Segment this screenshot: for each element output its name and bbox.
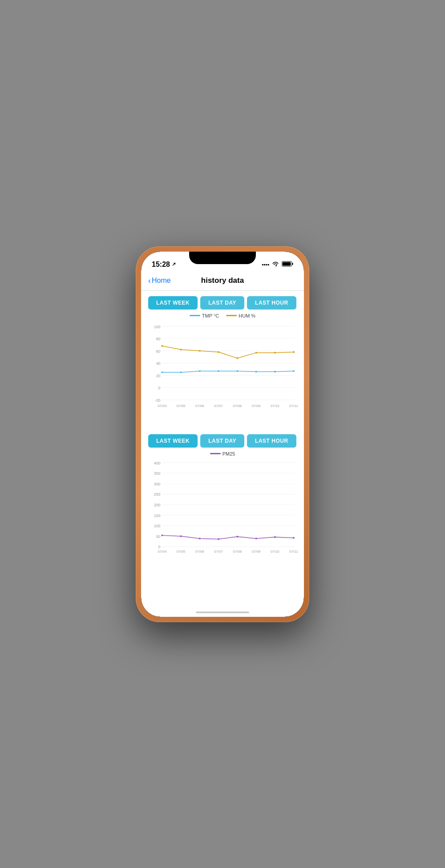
svg-point-69 bbox=[199, 538, 201, 539]
page-title: history data bbox=[201, 276, 244, 285]
location-arrow-icon: ↗ bbox=[172, 261, 176, 267]
svg-point-71 bbox=[236, 536, 238, 538]
tmp-legend-swatch bbox=[190, 315, 200, 316]
svg-text:07/04: 07/04 bbox=[158, 403, 167, 408]
svg-point-26 bbox=[180, 349, 182, 350]
status-icons: ▪▪▪▪ bbox=[262, 261, 293, 269]
svg-text:07/11: 07/11 bbox=[289, 550, 298, 554]
svg-text:80: 80 bbox=[156, 337, 161, 341]
pm25-last-day-btn[interactable]: LAST DAY bbox=[200, 434, 244, 448]
svg-text:07/07: 07/07 bbox=[214, 550, 223, 554]
back-chevron-icon: ‹ bbox=[148, 276, 151, 285]
pm25-legend-swatch bbox=[210, 453, 221, 454]
tmp-hum-chart-section: LAST WEEK LAST DAY LAST HOUR TMP °C HUM … bbox=[148, 296, 297, 409]
svg-point-74 bbox=[293, 537, 295, 539]
pm25-chart-section: LAST WEEK LAST DAY LAST HOUR PM25 bbox=[148, 434, 297, 556]
svg-point-70 bbox=[218, 538, 219, 540]
svg-point-73 bbox=[274, 536, 276, 538]
svg-point-72 bbox=[255, 538, 257, 539]
nav-bar: ‹ Home history data bbox=[141, 271, 304, 291]
svg-point-38 bbox=[255, 371, 257, 372]
notch bbox=[189, 252, 256, 264]
tmp-legend-item: TMP °C bbox=[190, 313, 219, 318]
signal-icon: ▪▪▪▪ bbox=[262, 261, 269, 268]
svg-rect-2 bbox=[283, 262, 291, 265]
phone-inner: 15:28 ↗ ▪▪▪▪ bbox=[141, 252, 304, 617]
svg-text:150: 150 bbox=[154, 513, 161, 518]
home-indicator bbox=[196, 611, 249, 613]
svg-point-40 bbox=[293, 370, 295, 372]
svg-text:50: 50 bbox=[156, 534, 161, 539]
svg-text:07/10: 07/10 bbox=[271, 550, 279, 554]
svg-text:0: 0 bbox=[158, 545, 161, 549]
svg-text:250: 250 bbox=[154, 492, 161, 497]
pm25-last-week-btn[interactable]: LAST WEEK bbox=[148, 434, 198, 448]
svg-text:07/08: 07/08 bbox=[233, 550, 242, 554]
svg-text:20: 20 bbox=[156, 373, 161, 378]
time-display: 15:28 bbox=[152, 261, 170, 269]
svg-rect-1 bbox=[292, 263, 293, 265]
svg-point-29 bbox=[236, 357, 238, 359]
svg-text:07/06: 07/06 bbox=[195, 403, 204, 408]
hum-legend-swatch bbox=[226, 315, 237, 316]
svg-point-39 bbox=[274, 371, 276, 372]
svg-text:07/07: 07/07 bbox=[214, 403, 223, 408]
svg-point-25 bbox=[161, 345, 163, 346]
svg-text:07/11: 07/11 bbox=[289, 403, 298, 408]
svg-text:07/05: 07/05 bbox=[177, 403, 186, 408]
svg-point-68 bbox=[180, 535, 182, 537]
tmp-hum-legend: TMP °C HUM % bbox=[148, 313, 297, 318]
tmp-hum-chart-svg: 100 80 60 40 20 0 -20 bbox=[148, 320, 297, 408]
svg-text:07/10: 07/10 bbox=[271, 403, 279, 408]
svg-text:40: 40 bbox=[156, 361, 161, 366]
svg-point-27 bbox=[199, 350, 201, 351]
svg-text:07/06: 07/06 bbox=[195, 550, 204, 554]
svg-point-37 bbox=[236, 370, 238, 372]
main-content: LAST WEEK LAST DAY LAST HOUR TMP °C HUM … bbox=[141, 291, 304, 608]
tmp-hum-last-week-btn[interactable]: LAST WEEK bbox=[148, 296, 198, 310]
home-indicator-area bbox=[141, 608, 304, 617]
svg-text:07/09: 07/09 bbox=[252, 403, 261, 408]
svg-point-34 bbox=[180, 371, 182, 373]
pm25-last-hour-btn[interactable]: LAST HOUR bbox=[247, 434, 296, 448]
status-time: 15:28 ↗ bbox=[152, 261, 176, 269]
svg-text:07/05: 07/05 bbox=[177, 550, 186, 554]
svg-point-28 bbox=[218, 351, 219, 353]
svg-text:300: 300 bbox=[154, 482, 161, 486]
tmp-hum-last-day-btn[interactable]: LAST DAY bbox=[200, 296, 244, 310]
svg-point-36 bbox=[218, 370, 219, 372]
pm25-legend-label: PM25 bbox=[222, 451, 235, 456]
tmp-hum-tab-buttons: LAST WEEK LAST DAY LAST HOUR bbox=[148, 296, 297, 310]
tmp-legend-label: TMP °C bbox=[202, 313, 219, 318]
svg-text:400: 400 bbox=[154, 461, 161, 465]
svg-text:-20: -20 bbox=[155, 398, 161, 402]
back-button[interactable]: ‹ Home bbox=[148, 276, 171, 285]
back-label: Home bbox=[152, 277, 171, 285]
svg-text:07/08: 07/08 bbox=[233, 403, 242, 408]
phone-frame: 15:28 ↗ ▪▪▪▪ bbox=[136, 246, 309, 622]
svg-text:60: 60 bbox=[156, 349, 161, 353]
svg-point-31 bbox=[274, 351, 276, 353]
svg-point-35 bbox=[199, 370, 201, 372]
tmp-hum-last-hour-btn[interactable]: LAST HOUR bbox=[247, 296, 296, 310]
battery-icon bbox=[282, 261, 293, 269]
svg-point-32 bbox=[293, 351, 295, 353]
svg-point-30 bbox=[255, 351, 257, 353]
svg-text:0: 0 bbox=[158, 386, 161, 390]
hum-legend-label: HUM % bbox=[239, 313, 255, 318]
svg-text:07/09: 07/09 bbox=[252, 550, 261, 554]
pm25-tab-buttons: LAST WEEK LAST DAY LAST HOUR bbox=[148, 434, 297, 448]
pm25-chart-svg: 400 350 300 250 200 150 100 50 0 bbox=[148, 458, 297, 554]
svg-text:100: 100 bbox=[154, 524, 161, 528]
pm25-legend-item: PM25 bbox=[210, 451, 235, 456]
spacer bbox=[148, 416, 297, 434]
wifi-icon bbox=[272, 261, 279, 269]
hum-legend-item: HUM % bbox=[226, 313, 255, 318]
svg-point-67 bbox=[161, 534, 163, 536]
screen: 15:28 ↗ ▪▪▪▪ bbox=[141, 252, 304, 617]
svg-point-33 bbox=[161, 371, 163, 373]
svg-text:200: 200 bbox=[154, 503, 161, 507]
svg-text:350: 350 bbox=[154, 471, 161, 476]
pm25-legend: PM25 bbox=[148, 451, 297, 456]
svg-text:100: 100 bbox=[154, 324, 161, 329]
